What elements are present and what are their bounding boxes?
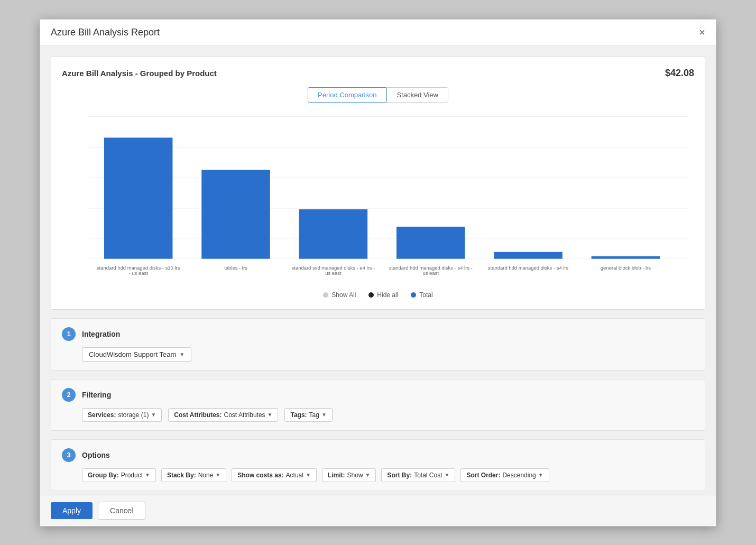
group-by-option[interactable]: Group By: Product ▼ [82,468,156,482]
options-row: Group By: Product ▼ Stack By: None ▼ Sho… [82,468,694,482]
section-1-content: CloudWisdom Support Team ▼ [62,347,694,362]
tab-period-comparison[interactable]: Period Comparison [308,87,386,103]
apply-button[interactable]: Apply [51,502,93,519]
sort-by-chevron-icon: ▼ [445,472,450,478]
svg-text:general block blob - lrs: general block blob - lrs [601,264,651,270]
section-2-content: Services: storage (1) ▼ Cost Attributes:… [62,408,694,422]
bar-3 [299,209,368,258]
legend-total-label: Total [419,291,432,299]
limit-label: Limit: [328,472,345,479]
cost-attributes-value: Cost Attributes [224,411,265,419]
section-2-header: 2 Filtering [62,388,694,402]
modal-header: Azure Bill Analysis Report × [40,20,716,46]
tags-filter[interactable]: Tags: Tag ▼ [284,408,332,422]
sort-order-value: Descending [502,472,536,479]
stack-by-option[interactable]: Stack By: None ▼ [161,468,226,482]
total-dot [411,292,416,298]
bar-1 [104,137,173,258]
show-all-dot [323,292,328,298]
svg-text:standard hdd managed disks - s: standard hdd managed disks - s4 lrs - [389,264,473,270]
tags-chevron-icon: ▼ [321,412,327,418]
tab-stacked-view[interactable]: Stacked View [386,87,448,103]
modal-body: Azure Bill Analysis - Grouped by Product… [40,46,716,495]
section-1-title: Integration [82,330,120,338]
chart-tabs: Period Comparison Stacked View [62,87,694,103]
legend-show-all[interactable]: Show All [323,291,356,299]
hide-all-dot [368,292,374,298]
limit-option[interactable]: Limit: Show ▼ [322,468,376,482]
section-3-content: Group By: Product ▼ Stack By: None ▼ Sho… [62,468,694,482]
services-chevron-icon: ▼ [151,412,156,418]
chart-title: Azure Bill Analysis - Grouped by Product [62,69,217,78]
stack-by-value: None [198,472,214,479]
show-costs-chevron-icon: ▼ [306,472,311,478]
limit-value: Show [347,472,363,479]
section-filtering: 2 Filtering Services: storage (1) ▼ Cost… [51,379,705,431]
cost-attributes-filter[interactable]: Cost Attributes: Cost Attributes ▼ [168,408,278,422]
sort-by-label: Sort By: [387,472,412,479]
services-label: Services: [88,411,116,419]
section-1-number: 1 [62,327,76,341]
show-costs-option[interactable]: Show costs as: Actual ▼ [232,468,317,482]
sort-order-option[interactable]: Sort Order: Descending ▼ [460,468,549,482]
section-integration: 1 Integration CloudWisdom Support Team ▼ [51,318,705,371]
chart-header: Azure Bill Analysis - Grouped by Product… [62,68,694,79]
modal: Azure Bill Analysis Report × Azure Bill … [40,19,716,526]
svg-text:standard hdd managed disks - s: standard hdd managed disks - s10 lrs [97,264,180,270]
bar-chart: $20 $15 $10 $5 $0 USD [88,111,689,285]
svg-text:standard ssd managed disks - e: standard ssd managed disks - e4 lrs - [292,264,375,270]
services-value: storage (1) [118,411,149,419]
legend-show-all-label: Show All [331,291,356,299]
svg-text:us east: us east [422,270,439,276]
modal-footer: Apply Cancel [40,495,716,526]
section-2-number: 2 [62,388,76,402]
bar-4 [397,226,465,258]
cancel-button[interactable]: Cancel [98,502,145,520]
show-costs-value: Actual [286,472,303,479]
svg-text:tables - lrs: tables - lrs [224,264,247,270]
cost-attributes-label: Cost Attributes: [174,411,222,419]
stack-by-label: Stack By: [167,472,196,479]
section-3-title: Options [82,451,110,459]
cost-attributes-chevron-icon: ▼ [268,412,273,418]
sort-order-label: Sort Order: [466,472,500,479]
close-button[interactable]: × [699,27,705,38]
show-costs-label: Show costs as: [237,472,283,479]
group-by-value: Product [121,472,143,479]
section-3-number: 3 [62,448,76,462]
chart-section: Azure Bill Analysis - Grouped by Product… [51,57,705,310]
modal-title: Azure Bill Analysis Report [51,27,160,38]
section-1-header: 1 Integration [62,327,694,341]
svg-text:standard hdd managed disks - s: standard hdd managed disks - s4 lrs [488,264,569,270]
section-2-title: Filtering [82,391,111,399]
chart-legend: Show All Hide all Total [62,291,694,299]
section-3-header: 3 Options [62,448,694,462]
tags-value: Tag [309,411,319,419]
group-by-label: Group By: [88,472,119,479]
bar-5 [494,252,563,258]
filter-row: Services: storage (1) ▼ Cost Attributes:… [82,408,694,422]
legend-hide-all[interactable]: Hide all [368,291,398,299]
section-options: 3 Options Group By: Product ▼ Stack By: … [51,439,705,491]
bar-2 [201,170,270,258]
integration-dropdown[interactable]: CloudWisdom Support Team ▼ [82,347,191,362]
services-filter[interactable]: Services: storage (1) ▼ [82,408,162,422]
legend-total[interactable]: Total [411,291,432,299]
integration-value: CloudWisdom Support Team [89,350,176,358]
tags-label: Tags: [290,411,307,419]
svg-text:us east: us east [325,270,342,276]
sort-by-value: Total Cost [414,472,442,479]
limit-chevron-icon: ▼ [365,472,371,478]
svg-text:- us east: - us east [129,270,149,276]
chart-total: $42.08 [665,68,694,79]
sort-by-option[interactable]: Sort By: Total Cost ▼ [381,468,455,482]
integration-chevron-icon: ▼ [179,352,185,357]
group-by-chevron-icon: ▼ [145,472,150,478]
sort-order-chevron-icon: ▼ [538,472,543,478]
stack-by-chevron-icon: ▼ [215,472,220,478]
bar-6 [592,256,660,258]
legend-hide-all-label: Hide all [377,291,398,299]
